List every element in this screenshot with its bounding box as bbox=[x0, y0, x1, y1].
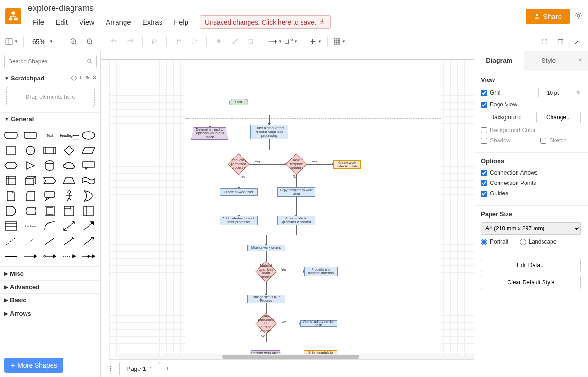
shadow-checkbox[interactable]: Shadow bbox=[481, 137, 510, 144]
menu-help[interactable]: Help bbox=[169, 17, 193, 27]
tab-diagram[interactable]: Diagram bbox=[474, 51, 524, 71]
shape-hexagon[interactable] bbox=[2, 158, 19, 173]
help-icon[interactable]: ⓘ bbox=[71, 75, 77, 82]
shape-cube[interactable] bbox=[22, 174, 39, 188]
portrait-radio[interactable]: Portrait bbox=[481, 238, 508, 245]
horizontal-scrollbar[interactable] bbox=[118, 354, 474, 359]
grid-size-input[interactable] bbox=[538, 88, 561, 97]
shadow-button[interactable] bbox=[244, 35, 258, 49]
zoom-level[interactable]: 65%▼ bbox=[28, 38, 57, 45]
canvas[interactable]: Start Determine need to replenish value-… bbox=[109, 60, 474, 359]
close-format-panel[interactable]: ✕ bbox=[573, 51, 588, 71]
table-button[interactable]: ▼ bbox=[332, 35, 347, 49]
grid-checkbox[interactable]: Grid bbox=[481, 89, 501, 96]
shape-actor[interactable] bbox=[61, 189, 78, 203]
node-start[interactable]: Start bbox=[229, 99, 248, 105]
insert-button[interactable]: ▼ bbox=[308, 35, 322, 49]
shape-dashed-line[interactable] bbox=[2, 234, 19, 248]
delete-button[interactable] bbox=[147, 35, 161, 49]
change-background-button[interactable]: Change... bbox=[536, 112, 581, 123]
zoom-in-button[interactable] bbox=[67, 35, 81, 49]
shape-directional-connector[interactable] bbox=[80, 234, 97, 248]
tab-style[interactable]: Style bbox=[524, 51, 574, 71]
landscape-radio[interactable]: Landscape bbox=[520, 238, 557, 245]
section-basic[interactable]: ▶Basic bbox=[0, 293, 100, 307]
line-color-button[interactable] bbox=[228, 35, 242, 49]
format-panel-toggle[interactable] bbox=[553, 35, 568, 49]
scratchpad-header[interactable]: ▼ Scratchpad ⓘ + ✎ ✕ bbox=[0, 72, 100, 85]
fill-color-button[interactable] bbox=[212, 35, 226, 49]
shape-diamond[interactable] bbox=[61, 143, 78, 158]
shape-dotted-line[interactable] bbox=[22, 234, 39, 248]
add-icon[interactable]: + bbox=[80, 75, 82, 82]
collapse-toolbar-button[interactable] bbox=[570, 35, 584, 49]
shape-cloud[interactable] bbox=[61, 158, 78, 173]
shape-rounded-rect-2[interactable] bbox=[22, 128, 39, 142]
shape-link-5[interactable] bbox=[80, 249, 97, 263]
sidebar-toggle[interactable]: ▼ bbox=[4, 35, 18, 49]
shape-rounded-rect[interactable] bbox=[2, 128, 19, 142]
bg-color-checkbox[interactable]: Background Color bbox=[481, 127, 535, 133]
guides-checkbox[interactable]: Guides bbox=[481, 190, 508, 197]
connection-points-checkbox[interactable]: Connection Points bbox=[481, 180, 536, 186]
node-new-template[interactable]: New template needed? bbox=[285, 153, 307, 175]
node-change-status[interactable]: Change status to In Process bbox=[247, 295, 285, 303]
edit-icon[interactable]: ✎ bbox=[85, 75, 89, 82]
node-vendor-costs[interactable]: Add or adjust vendor costs bbox=[300, 320, 337, 327]
node-monitor[interactable]: Monitor work orders bbox=[247, 245, 285, 251]
scratchpad-dropzone[interactable]: Drag elements here bbox=[6, 87, 95, 107]
shape-card[interactable] bbox=[22, 189, 39, 203]
sketch-checkbox[interactable]: Sketch bbox=[540, 137, 567, 144]
shape-process[interactable] bbox=[41, 143, 58, 158]
shape-tape[interactable] bbox=[80, 174, 97, 188]
menu-arrange[interactable]: Arrange bbox=[101, 17, 135, 27]
color-picker-icon[interactable]: ✎ bbox=[576, 89, 581, 96]
node-copy-template[interactable]: Copy template to work order bbox=[277, 187, 315, 197]
search-icon[interactable] bbox=[87, 58, 93, 66]
shape-note[interactable] bbox=[2, 189, 19, 203]
section-general[interactable]: ▼ General bbox=[0, 112, 100, 125]
node-create-template[interactable]: Create work order template bbox=[333, 160, 361, 169]
node-determine-need[interactable]: Determine need to replenish value-add st… bbox=[191, 127, 228, 140]
menu-extras[interactable]: Extras bbox=[138, 17, 168, 27]
shape-or[interactable] bbox=[80, 189, 97, 203]
fullscreen-button[interactable] bbox=[537, 35, 552, 49]
clear-default-style-button[interactable]: Clear Default Style bbox=[481, 276, 581, 289]
waypoint-button[interactable]: ▼ bbox=[284, 35, 298, 49]
share-button[interactable]: Share bbox=[526, 9, 570, 24]
shape-parallelogram[interactable] bbox=[80, 143, 97, 158]
shape-circle[interactable] bbox=[22, 143, 39, 158]
connection-button[interactable]: ▼ bbox=[268, 35, 282, 49]
shape-link-4[interactable] bbox=[61, 249, 78, 263]
search-shapes-input[interactable] bbox=[4, 55, 97, 68]
shape-list-item[interactable]: List Item bbox=[22, 219, 39, 233]
connection-arrows-checkbox[interactable]: Connection Arrows bbox=[481, 169, 538, 176]
shape-internal-storage[interactable] bbox=[2, 174, 19, 188]
paper-size-select[interactable]: A4 (210 mm x 297 mm) bbox=[481, 222, 581, 235]
node-add-materials[interactable]: Add materials to work order processes bbox=[220, 216, 258, 225]
to-back-button[interactable] bbox=[187, 35, 202, 49]
shape-cylinder[interactable] bbox=[41, 158, 58, 173]
shape-link-1[interactable] bbox=[2, 249, 19, 263]
menu-view[interactable]: View bbox=[74, 17, 99, 27]
menu-file[interactable]: File bbox=[28, 17, 49, 27]
app-logo[interactable] bbox=[5, 8, 21, 24]
edit-data-button[interactable]: Edit Data... bbox=[481, 259, 581, 272]
zoom-out-button[interactable] bbox=[83, 35, 97, 49]
autosave-warning[interactable]: Unsaved changes. Click here to save. bbox=[200, 15, 331, 29]
page-tab-1[interactable]: Page-1 ⌃ bbox=[119, 362, 160, 375]
menu-edit[interactable]: Edit bbox=[51, 17, 72, 27]
shape-heading[interactable]: Heading━━━━━━ bbox=[61, 128, 78, 142]
shape-data-storage[interactable] bbox=[22, 204, 39, 218]
shape-frame-2[interactable] bbox=[80, 204, 97, 218]
shape-bidir-connector[interactable] bbox=[61, 234, 78, 248]
shape-link-3[interactable] bbox=[41, 249, 58, 263]
shape-arrow[interactable] bbox=[80, 219, 97, 233]
section-arrows[interactable]: ▶Arrows bbox=[0, 307, 100, 320]
section-misc[interactable]: ▶Misc bbox=[0, 267, 100, 280]
theme-toggle[interactable] bbox=[574, 11, 583, 21]
node-create-wo[interactable]: Create a work order bbox=[220, 188, 258, 196]
page-view-checkbox[interactable]: Page View bbox=[481, 101, 517, 108]
shape-link-2[interactable] bbox=[22, 249, 39, 263]
more-shapes-button[interactable]: + More Shapes bbox=[4, 358, 63, 373]
